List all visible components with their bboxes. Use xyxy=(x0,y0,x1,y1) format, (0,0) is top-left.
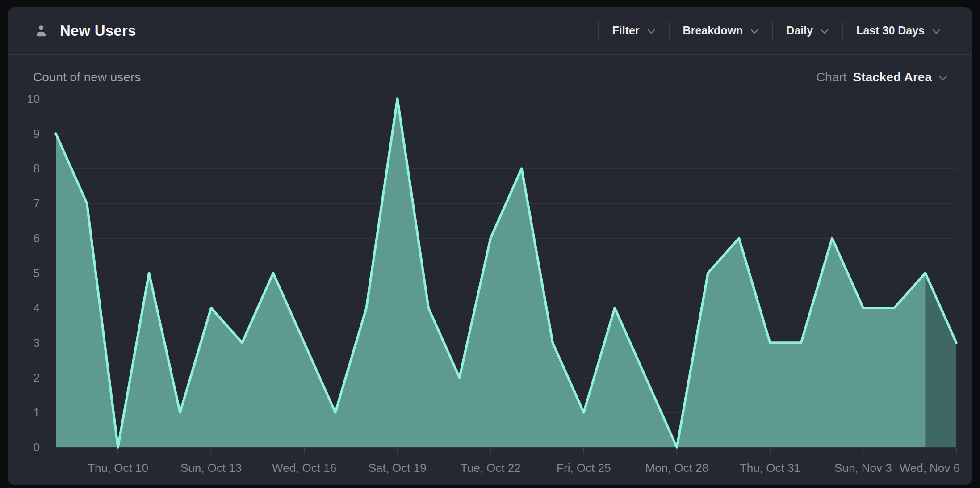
new-users-card: New Users Filter Breakdown Daily xyxy=(8,7,972,485)
user-icon xyxy=(33,23,49,39)
chart-type-select[interactable]: Chart Stacked Area xyxy=(816,70,948,84)
chevron-down-icon xyxy=(820,27,829,34)
card-header: New Users Filter Breakdown Daily xyxy=(8,7,972,55)
header-controls: Filter Breakdown Daily Las xyxy=(598,22,954,40)
chart-toolbar: Count of new users Chart Stacked Area xyxy=(8,62,972,93)
breakdown-label: Breakdown xyxy=(683,24,743,37)
chevron-down-icon xyxy=(750,27,759,34)
chevron-down-icon xyxy=(647,27,656,34)
chart-select-label: Chart xyxy=(816,70,846,84)
granularity-label: Daily xyxy=(786,24,813,37)
card-title: New Users xyxy=(60,22,136,39)
chevron-down-icon xyxy=(938,74,948,81)
date-range-button[interactable]: Last 30 Days xyxy=(843,24,954,37)
chart-type-value: Stacked Area xyxy=(853,70,932,84)
breakdown-button[interactable]: Breakdown xyxy=(670,24,773,37)
granularity-button[interactable]: Daily xyxy=(773,24,842,37)
card-title-group: New Users xyxy=(33,22,136,39)
date-range-label: Last 30 Days xyxy=(856,24,925,37)
metric-label: Count of new users xyxy=(33,70,141,84)
chevron-down-icon xyxy=(932,27,941,34)
filter-button[interactable]: Filter xyxy=(599,24,669,37)
filter-label: Filter xyxy=(612,24,639,37)
